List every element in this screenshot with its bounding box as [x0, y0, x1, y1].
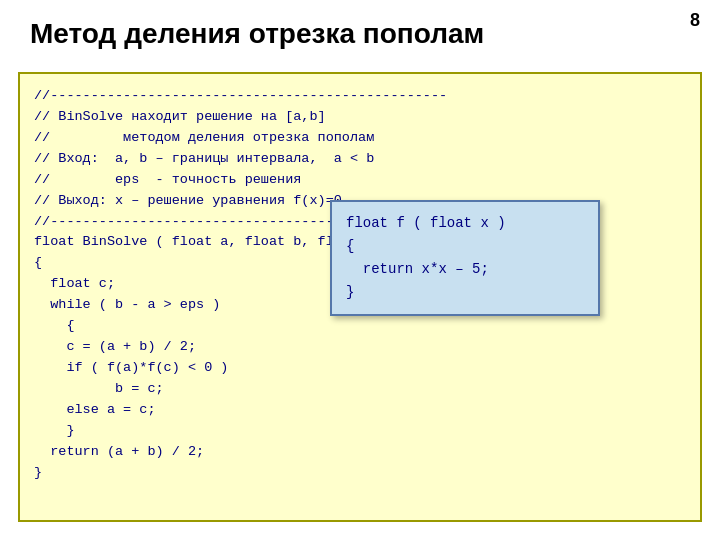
- popup-code: float f ( float x ) { return x*x – 5; }: [346, 212, 584, 304]
- page-number: 8: [690, 10, 700, 31]
- slide-title: Метод деления отрезка пополам: [30, 18, 484, 50]
- popup-code-box: float f ( float x ) { return x*x – 5; }: [330, 200, 600, 316]
